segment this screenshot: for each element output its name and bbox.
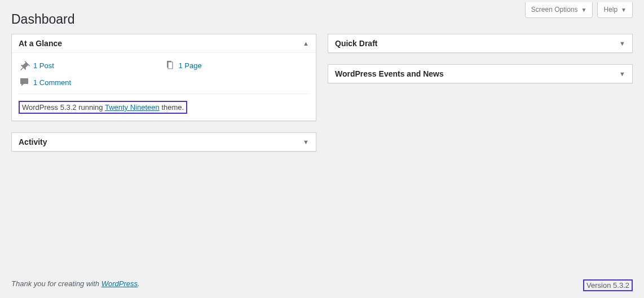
at-a-glance-title: At a Glance [19, 39, 62, 48]
chevron-down-icon: ▼ [581, 7, 587, 13]
events-news-widget: WordPress Events and News ▼ [328, 64, 633, 83]
glance-pages: 1 Page [164, 60, 310, 71]
footer-version: Version 5.3.2 [583, 279, 633, 291]
glance-comments: 1 Comment [19, 77, 164, 88]
help-button[interactable]: Help ▼ [597, 2, 633, 18]
glance-posts: 1 Post [19, 60, 164, 71]
at-a-glance-widget: At a Glance ▲ 1 Post 1 Page 1 Comment [11, 34, 316, 121]
version-info: WordPress 5.3.2 running Twenty Nineteen … [19, 94, 309, 114]
comment-icon [19, 77, 30, 88]
footer: Thank you for creating with WordPress. V… [11, 279, 633, 291]
quick-draft-widget: Quick Draft ▼ [328, 34, 633, 53]
help-label: Help [603, 6, 617, 14]
footer-thanks-suffix: . [138, 279, 140, 288]
events-news-header[interactable]: WordPress Events and News ▼ [328, 65, 632, 83]
chevron-down-icon: ▼ [619, 70, 625, 77]
page-icon [164, 60, 175, 71]
posts-link[interactable]: 1 Post [30, 61, 54, 70]
version-suffix: theme. [160, 103, 184, 112]
chevron-up-icon: ▲ [303, 40, 309, 47]
at-a-glance-header[interactable]: At a Glance ▲ [12, 34, 316, 53]
quick-draft-title: Quick Draft [335, 39, 377, 48]
comments-link[interactable]: 1 Comment [30, 78, 71, 87]
activity-widget: Activity ▼ [11, 132, 316, 152]
chevron-down-icon: ▼ [303, 139, 309, 145]
activity-title: Activity [19, 137, 47, 146]
activity-header[interactable]: Activity ▼ [12, 133, 316, 151]
screen-options-button[interactable]: Screen Options ▼ [525, 2, 593, 18]
wordpress-link[interactable]: WordPress [102, 279, 138, 288]
footer-thanks-prefix: Thank you for creating with [11, 279, 102, 288]
quick-draft-header[interactable]: Quick Draft ▼ [328, 34, 632, 52]
version-prefix: WordPress 5.3.2 running [22, 103, 105, 112]
theme-link[interactable]: Twenty Nineteen [105, 103, 160, 112]
events-news-title: WordPress Events and News [335, 69, 444, 78]
chevron-down-icon: ▼ [621, 7, 627, 13]
chevron-down-icon: ▼ [619, 40, 625, 47]
screen-options-label: Screen Options [531, 6, 578, 14]
pin-icon [19, 60, 30, 71]
pages-link[interactable]: 1 Page [175, 61, 202, 70]
